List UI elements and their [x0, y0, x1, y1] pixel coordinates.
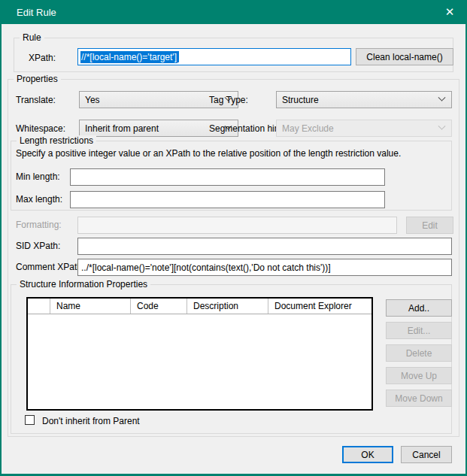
column-header-description: Description	[187, 299, 268, 314]
edit-formatting-button: Edit	[406, 217, 453, 234]
chevron-down-icon	[438, 123, 446, 130]
segmentation-hint-select: May Exclude	[276, 120, 452, 137]
segmentation-hint-value: May Exclude	[282, 123, 334, 134]
formatting-label: Formatting:	[16, 220, 62, 230]
ok-button[interactable]: OK	[342, 446, 393, 463]
cancel-button-label: Cancel	[412, 450, 440, 460]
column-header-code: Code	[131, 299, 187, 314]
cancel-button[interactable]: Cancel	[401, 446, 452, 463]
min-length-input[interactable]	[70, 168, 385, 186]
edit-formatting-label: Edit	[422, 220, 438, 231]
comment-xpath-input[interactable]	[77, 259, 452, 276]
delete-button: Delete	[386, 344, 452, 362]
add-button[interactable]: Add..	[386, 299, 452, 317]
column-header-selector	[28, 299, 50, 314]
formatting-input	[77, 217, 397, 234]
close-icon: ✕	[445, 5, 455, 19]
length-restrictions-label: Length restrictions	[17, 135, 96, 146]
move-up-button-label: Move Up	[401, 371, 437, 381]
add-button-label: Add..	[408, 303, 429, 314]
tag-type-select[interactable]: Structure	[276, 91, 452, 108]
clean-local-name-button[interactable]: Clean local-name()	[356, 48, 453, 65]
sid-xpath-label: SID XPath:	[16, 241, 60, 251]
tag-type-value: Structure	[282, 95, 319, 105]
dialog-body: Rule XPath: //*[local-name()='target'] C…	[2, 24, 465, 474]
move-down-button: Move Down	[386, 390, 452, 407]
whitespace-label: Whitespace:	[16, 123, 65, 134]
tag-type-label: Tag Type:	[209, 95, 248, 105]
max-length-label: Max length:	[16, 194, 62, 205]
dont-inherit-label: Don't inherit from Parent	[42, 416, 140, 426]
xpath-selected-text: //*[local-name()='target']	[80, 51, 177, 63]
translate-value: Yes	[85, 95, 100, 105]
delete-button-label: Delete	[406, 348, 432, 359]
clean-local-name-label: Clean local-name()	[366, 52, 442, 62]
column-header-document-explorer: Document Explorer	[268, 299, 371, 314]
rule-group-label: Rule	[20, 32, 44, 43]
min-length-label: Min length:	[16, 171, 60, 182]
text-caret	[177, 51, 179, 62]
structure-properties-table[interactable]: Name Code Description Document Explorer	[26, 297, 373, 411]
comment-xpath-label: Comment XPath:	[16, 262, 84, 272]
move-down-button-label: Move Down	[395, 393, 442, 404]
move-up-button: Move Up	[386, 367, 452, 384]
structure-properties-label: Structure Information Properties	[17, 279, 150, 290]
whitespace-value: Inherit from parent	[85, 123, 159, 134]
segmentation-hint-label: Segmentation hint:	[209, 123, 284, 134]
edit-button-label: Edit...	[408, 326, 431, 336]
max-length-input[interactable]	[70, 191, 385, 208]
ok-button-label: OK	[361, 450, 374, 460]
xpath-input[interactable]: //*[local-name()='target']	[77, 48, 351, 65]
window-title: Edit Rule	[17, 7, 56, 18]
chevron-down-icon	[438, 94, 446, 102]
translate-label: Translate:	[16, 95, 56, 105]
xpath-label: XPath:	[29, 53, 56, 63]
close-button[interactable]: ✕	[432, 0, 467, 24]
edit-button: Edit...	[386, 322, 452, 339]
titlebar: Edit Rule ✕	[0, 0, 467, 24]
column-header-name: Name	[50, 299, 131, 314]
dont-inherit-checkbox[interactable]	[25, 415, 35, 425]
properties-group-label: Properties	[14, 74, 61, 84]
edit-rule-dialog: Edit Rule ✕ Rule XPath: //*[local-name()…	[0, 0, 467, 476]
length-description: Specify a positive integer value or an X…	[16, 148, 401, 159]
table-header-row: Name Code Description Document Explorer	[28, 299, 371, 314]
sid-xpath-input[interactable]	[77, 238, 452, 255]
